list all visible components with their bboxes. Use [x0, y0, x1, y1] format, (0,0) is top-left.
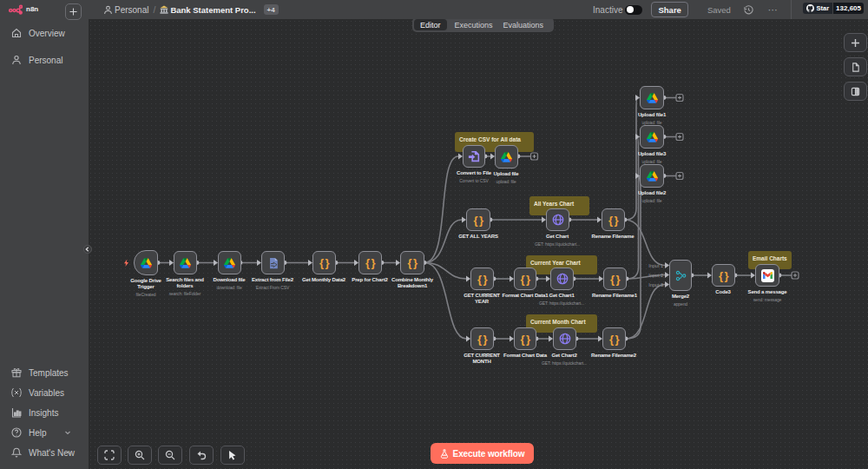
- svg-text:Input 3: Input 3: [648, 282, 663, 287]
- svg-text:Input 1: Input 1: [648, 263, 663, 268]
- svg-text:Input 2: Input 2: [648, 273, 663, 278]
